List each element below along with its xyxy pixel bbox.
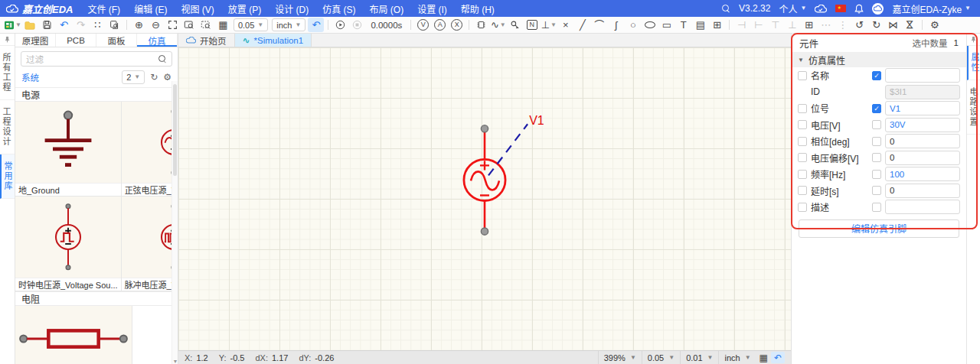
menu-item[interactable]: 视图 (V) [174,0,220,17]
undo-icon[interactable]: ↶ [56,18,72,32]
plan-dropdown[interactable]: 个人▼ [779,2,806,15]
property-value-input[interactable] [885,151,960,165]
align-left-icon[interactable]: ⊣ [733,18,750,32]
component-pin-top[interactable] [481,125,488,132]
place-table-icon[interactable]: ⊞ [709,18,725,32]
property-value-checkbox[interactable] [872,203,881,212]
place-wire-icon[interactable]: ∿▼ [490,18,506,32]
zoom-level-dropdown[interactable]: 399%▼ [598,351,642,364]
voltage-probe-icon[interactable]: V [415,18,431,32]
grid-setting-icon[interactable]: ▦ [215,18,231,32]
menu-item[interactable]: 编辑 (E) [127,0,174,17]
app-logo[interactable]: 嘉立创EDA [0,2,80,16]
library-item-时钟电压源_Voltage Sou...[interactable]: 时钟电压源_Voltage Sou... [15,197,122,291]
property-value-checkbox[interactable] [872,153,881,162]
left-strip-tab[interactable]: 所有工程 [0,46,15,100]
pin-panel-icon[interactable] [0,34,15,46]
right-strip-tab[interactable]: 属性 [967,46,980,80]
draw-line-icon[interactable]: ╱ [574,18,590,32]
library-tab-面板[interactable]: 面板 [96,34,137,47]
right-strip-tab[interactable]: 电路设置 [967,80,980,135]
draw-arc-icon[interactable]: ⌒ [591,18,607,32]
open-folder-icon[interactable] [22,18,38,32]
component-manager-icon[interactable]: ∷ [90,18,106,32]
library-item-正弦电压源_Voltage Sou...[interactable]: 正弦电压源_Voltage Sou... [122,102,178,197]
draw-bezier-icon[interactable]: ʃ [608,18,624,32]
library-filter-input[interactable]: 过滤 [21,51,172,67]
schematic-canvas[interactable]: V1 [178,47,791,350]
library-scrollbar[interactable]: ▼ [172,81,178,364]
property-value-checkbox[interactable]: ✓ [872,71,881,80]
menu-item[interactable]: 仿真 (S) [315,0,362,17]
property-value-checkbox[interactable] [872,186,881,195]
menu-item[interactable]: 设计 (D) [268,0,315,17]
snap-back-icon[interactable]: ↶ [308,18,324,32]
fit-view-icon[interactable] [165,18,181,32]
property-value-input[interactable] [885,101,960,115]
property-value-input[interactable] [885,200,960,214]
grid-toggle-icon[interactable]: ▦ [756,353,771,363]
library-count-dropdown[interactable]: 2▼ [122,70,145,84]
rotate-cw-icon[interactable]: ↻ [868,18,884,32]
zoom-in-icon[interactable]: ⊕ [131,18,147,32]
property-enable-checkbox[interactable] [798,104,807,113]
align-right-icon[interactable]: ⊢ [750,18,766,32]
rotate-ccw-icon[interactable]: ↺ [851,18,867,32]
place-component-icon[interactable] [473,18,489,32]
menu-item[interactable]: 文件 (F) [80,0,127,17]
left-strip-tab[interactable]: 工程设计 [0,100,15,154]
property-enable-checkbox[interactable] [798,137,807,146]
find-similar-icon[interactable] [106,18,122,32]
current-probe-icon[interactable]: A [432,18,448,32]
component-pin-bottom[interactable] [481,228,488,235]
user-avatar[interactable] [872,3,884,15]
simulation-properties-section[interactable]: ▼ 仿真属性 [792,52,966,67]
language-flag-icon[interactable]: ★ [835,5,846,12]
library-source-label[interactable]: 系统 [21,71,39,83]
net-label-icon[interactable]: N [524,18,540,32]
net-port-icon[interactable]: ⊥▼ [541,18,557,32]
property-enable-checkbox[interactable] [798,71,807,80]
property-value-checkbox[interactable] [872,137,881,146]
library-section-header[interactable]: 电阻 [15,291,178,306]
property-value-input[interactable] [885,68,960,83]
cloud-sync-icon[interactable] [815,5,827,13]
snap-toggle-icon[interactable]: ↶ [771,352,785,363]
board-project-icon[interactable]: ▼ [4,18,21,32]
property-value-input[interactable] [885,118,960,132]
grid-size-dropdown[interactable]: 0.05▼ [234,18,268,31]
unit-dropdown[interactable]: inch▼ [272,18,305,31]
remove-probe-icon[interactable]: X [449,18,465,32]
align-center-icon[interactable]: ⊞ [801,18,817,32]
property-enable-checkbox[interactable] [798,120,807,129]
library-tab-原理图[interactable]: 原理图 [15,34,56,47]
grid-size-status-dropdown[interactable]: 0.05▼ [642,351,680,364]
zoom-out-icon[interactable]: ⊖ [148,18,164,32]
stop-simulation-icon[interactable] [349,18,365,32]
menu-item[interactable]: 设置 (I) [410,0,454,17]
net-probe-icon[interactable] [507,18,523,32]
property-value-checkbox[interactable]: ✓ [872,104,881,113]
library-tab-PCB[interactable]: PCB [56,34,96,47]
library-settings-icon[interactable]: ⚙ [163,72,172,83]
notification-bell-icon[interactable] [854,4,864,14]
document-tab[interactable]: 开始页 [178,34,235,47]
flip-vertical-icon[interactable]: ⋈ [902,18,918,32]
property-value-input[interactable] [885,134,960,148]
property-value-checkbox[interactable] [872,120,881,129]
menu-item[interactable]: 帮助 (H) [454,0,501,17]
distribute-h-icon[interactable]: ⋯ [818,18,834,32]
user-menu[interactable]: 嘉立创EDA-Zyke▼ [892,2,971,15]
pin-right-panel-icon[interactable] [967,34,980,46]
place-text-icon[interactable]: T [675,18,691,32]
settings-gear-icon[interactable]: ⚙ [926,18,942,32]
library-item[interactable] [15,306,132,364]
menu-item[interactable]: 放置 (P) [221,0,268,17]
save-icon[interactable] [39,18,55,32]
component-designator-text[interactable]: V1 [529,113,544,127]
global-search-icon[interactable] [722,5,730,13]
property-value-checkbox[interactable] [872,170,881,179]
edit-simulation-pins-button[interactable]: 编辑仿真引脚 [799,219,959,238]
library-item-地_Ground[interactable]: 地_Ground [15,102,122,197]
align-bottom-icon[interactable]: ⊥ [784,18,800,32]
